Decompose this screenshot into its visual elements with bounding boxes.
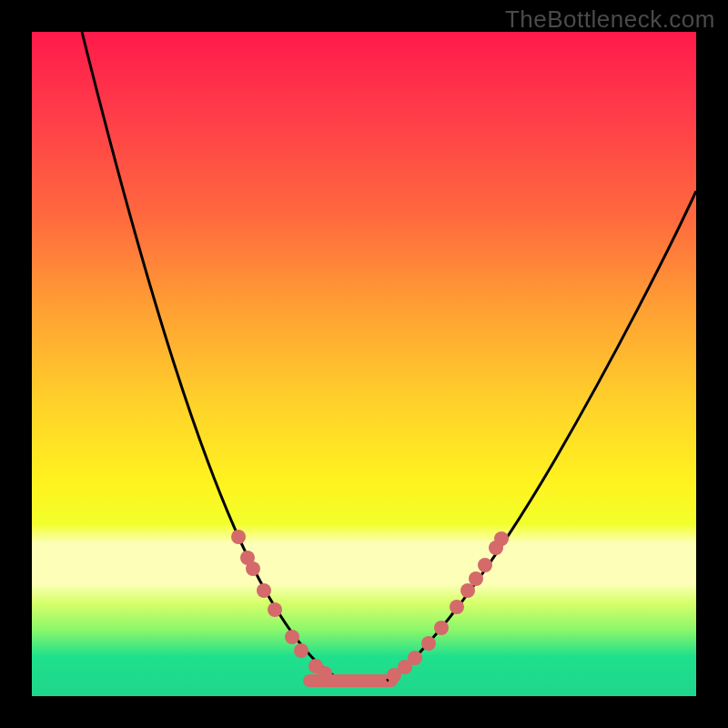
data-point-dot xyxy=(246,561,260,576)
data-point-dot xyxy=(231,530,246,544)
data-point-dot xyxy=(434,621,449,635)
chart-frame: TheBottleneck.com xyxy=(0,0,728,728)
gradient-plot-area xyxy=(32,32,696,696)
right-curve xyxy=(387,191,696,681)
watermark-text: TheBottleneck.com xyxy=(505,5,715,34)
data-point-dot xyxy=(408,651,422,665)
curve-svg xyxy=(32,32,696,696)
data-point-dot xyxy=(489,541,503,555)
data-point-dot xyxy=(257,583,271,598)
dots-left-group xyxy=(231,530,332,681)
data-point-dot xyxy=(268,602,282,617)
left-curve xyxy=(82,32,350,682)
data-point-dot xyxy=(285,630,299,644)
dots-right-group xyxy=(387,531,509,682)
data-point-dot xyxy=(494,531,509,546)
data-point-dot xyxy=(421,636,436,651)
data-point-dot xyxy=(460,583,475,598)
data-point-dot xyxy=(308,659,323,673)
data-point-dot xyxy=(469,571,483,586)
data-point-dot xyxy=(450,600,464,614)
data-point-dot xyxy=(478,558,492,572)
data-point-dot xyxy=(387,668,401,682)
data-point-dot xyxy=(294,643,308,658)
data-point-dot xyxy=(240,551,255,565)
data-point-dot xyxy=(398,660,412,674)
data-point-dot xyxy=(318,666,332,681)
